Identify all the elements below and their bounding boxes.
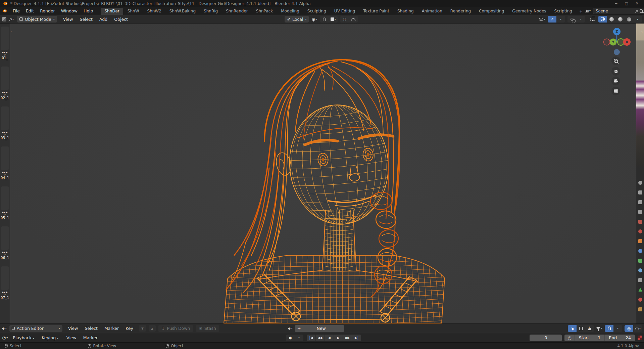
play-button[interactable]: ▶ [334,335,343,341]
minimize-button[interactable]: ─ [615,1,617,6]
dope-menu-key[interactable]: Key [122,325,136,332]
channel-item[interactable]: ◆▪◆◇04_1 [0,171,10,180]
tab-view-layer-icon[interactable] [638,210,642,214]
snap-toggle[interactable] [320,16,329,23]
proportional-edit-toggle[interactable]: ◎ [340,16,349,23]
end-frame-field[interactable]: End24 [604,335,635,341]
tab-physics-icon[interactable] [638,268,642,272]
filter-dropdown[interactable]: ▾ [596,327,602,330]
workspace-tab-uv-editing[interactable]: UV Editing [331,8,359,15]
tab-scene-icon[interactable] [638,220,642,224]
tab-data-icon[interactable] [638,288,642,292]
workspace-tab-animation[interactable]: Animation [418,8,446,15]
new-action-button[interactable]: + New [295,325,344,332]
jump-to-end-button[interactable]: ▶| [352,335,361,341]
viewport-menu-add[interactable]: Add [97,16,110,23]
push-down-button[interactable]: ↧ Push Down [158,325,193,332]
move-channel-down-button[interactable]: ▼ [139,325,146,332]
snap-toggle[interactable] [605,325,613,332]
pan-button[interactable] [611,67,620,76]
blender-logo-icon[interactable] [2,8,7,13]
channel-item[interactable]: ◆▪◆◇03_1 [0,131,10,140]
timeline-menu-view[interactable]: View [63,335,80,341]
menu-edit[interactable]: Edit [23,8,37,14]
channel-item[interactable]: ◆▪◆◇06_1 [0,251,10,260]
shading-solid-button[interactable] [607,16,616,23]
mode-dropdown[interactable]: Object Mode ▾ [17,16,57,23]
viewport-canvas[interactable]: YXZ [10,24,636,323]
workspace-tab-shnw[interactable]: ShnW [124,8,143,15]
dope-menu-select[interactable]: Select [82,325,101,332]
gizmos-toggle[interactable]: ↗ [548,16,556,23]
previous-keyframe-button[interactable]: ◀◆ [316,335,325,341]
dope-menu-view[interactable]: View [65,325,81,332]
use-preview-range-toggle[interactable]: ◷ [564,335,574,341]
move-channel-up-button[interactable]: ▲ [149,325,156,332]
properties-region-sliver[interactable]: ‹ [636,24,644,323]
tab-material-icon[interactable] [638,298,642,302]
xray-toggle[interactable] [587,18,596,21]
channel-item[interactable]: ◆▪◆◇05_1 [0,211,10,220]
viewport-menu-object[interactable]: Object [111,16,131,23]
channel-item[interactable]: ◆▪◆◇02_1 [0,91,10,100]
scene-selector[interactable]: Scene × [593,8,644,14]
workspace-tab-sculpting[interactable]: Sculpting [304,8,330,15]
menu-file[interactable]: File [10,8,23,14]
tweak-tool-button[interactable]: ▲ [568,325,577,332]
start-frame-field[interactable]: Start1 [575,335,605,341]
menu-help[interactable]: Help [81,8,96,14]
tab-particles-icon[interactable] [638,259,642,263]
timeline-editor-type-button[interactable]: ◔▾ [2,335,8,340]
gizmos-dropdown[interactable]: ▾ [556,16,565,23]
workspace-tab-shading[interactable]: Shading [394,8,417,15]
tab-world-icon[interactable] [638,229,642,233]
next-keyframe-button[interactable]: ◆▶ [343,335,352,341]
auto-keying-toggle[interactable]: ● [286,335,295,341]
snap-dropdown[interactable]: ▾ [613,325,622,332]
workspace-tab-shndar[interactable]: ShnDar [101,8,123,15]
transform-orientation-dropdown[interactable]: ↔ Local ▾ [285,16,309,23]
show-errors-toggle[interactable] [585,325,594,332]
zoom-button[interactable] [611,56,620,65]
dope-mode-dropdown[interactable]: Action Editor ▾ [9,325,62,332]
camera-view-button[interactable] [611,77,620,85]
stash-button[interactable]: ✳ Stash [196,325,219,332]
menu-render[interactable]: Render [37,8,58,14]
current-frame-field[interactable]: 0 [530,335,562,341]
3d-viewport[interactable]: ‹› YXZ [10,24,636,323]
timeline-menu-marker[interactable]: Marker [80,335,101,341]
tab-output-icon[interactable] [638,200,642,204]
box-select-tool-button[interactable] [577,325,585,332]
shading-rendered-button[interactable] [625,16,633,23]
tab-texture-icon[interactable] [638,307,642,311]
channel-item[interactable]: ◆▪◆◇07_1 [0,291,10,300]
overlays-dropdown[interactable]: ▾ [576,16,585,23]
tab-modifiers-icon[interactable] [638,249,642,253]
add-workspace-button[interactable]: + [577,8,585,15]
gizmo-negx-handle[interactable] [604,39,610,45]
workspace-tab-shnrender[interactable]: ShnRender [222,8,252,15]
jump-to-start-button[interactable]: |◀ [307,335,316,341]
workspace-tab-compositing[interactable]: Compositing [475,8,508,15]
tab-object-icon[interactable] [638,239,642,243]
snap-settings-dropdown[interactable]: ▾ [329,16,338,23]
tab-tool-icon[interactable] [638,181,642,185]
workspace-tab-shnpack[interactable]: ShnPack [252,8,277,15]
pin-icon[interactable] [636,9,638,12]
viewport-menu-select[interactable]: Select [77,16,95,23]
maximize-button[interactable]: ▢ [625,1,628,6]
editor-type-button[interactable] [2,17,6,21]
timeline-menu-keying[interactable]: Keying ▾ [39,335,61,341]
view-mode-pin-button[interactable]: ▾ [10,18,14,21]
navigation-gizmo[interactable]: YXZ [604,28,631,55]
workspace-tab-modeling[interactable]: Modeling [277,8,303,15]
shading-wireframe-button[interactable] [598,16,607,23]
action-browse-button[interactable]: ◆▾ [288,326,293,330]
dope-sheet-channels-strip[interactable]: › ◆▪◆◇01_◆▪◆◇02_1◆▪◆◇03_1◆▪◆◇04_1◆▪◆◇05_… [0,24,10,323]
falloff-dropdown[interactable]: ▾ [633,325,642,332]
gizmo-negz-handle[interactable] [614,49,620,55]
duplicate-icon[interactable] [640,9,643,13]
falloff-dropdown[interactable] [349,16,358,23]
tab-constraints-icon[interactable] [638,278,642,282]
workspace-tab-texture-paint[interactable]: Texture Paint [359,8,393,15]
